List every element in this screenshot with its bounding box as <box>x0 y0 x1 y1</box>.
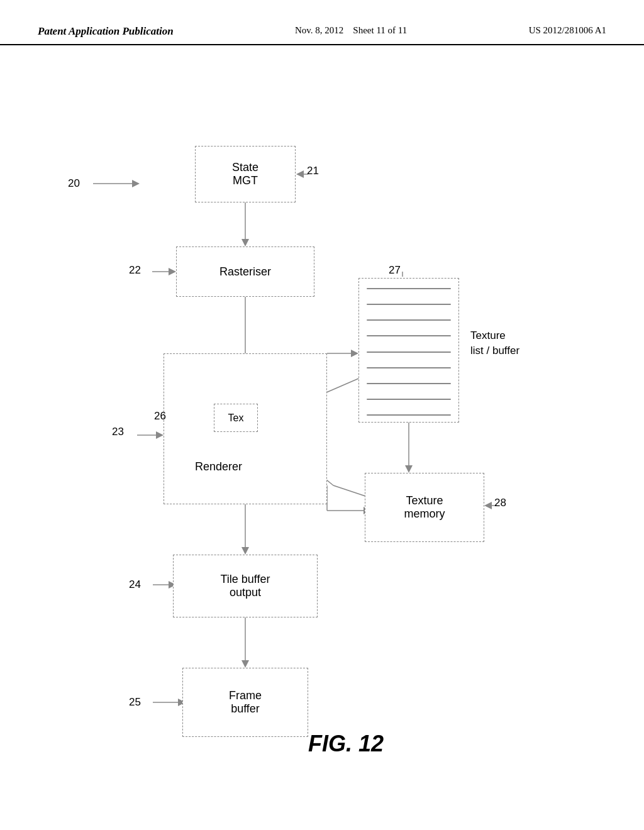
tile-buffer-label: Tile bufferoutput <box>220 573 270 599</box>
patent-number: US 2012/281006 A1 <box>529 25 606 36</box>
publication-date: Nov. 8, 2012 <box>295 25 343 35</box>
frame-buffer-label: Framebuffer <box>229 689 262 716</box>
svg-marker-1 <box>242 239 249 246</box>
texture-list-label: Texturelist / buffer <box>470 328 519 358</box>
label-20: 20 <box>68 177 80 190</box>
texture-memory-label: Texturememory <box>404 494 445 521</box>
label-24: 24 <box>129 578 141 591</box>
svg-marker-14 <box>242 547 249 555</box>
tex-label: Tex <box>228 412 244 424</box>
svg-marker-18 <box>132 180 140 187</box>
label-22: 22 <box>129 264 141 277</box>
renderer-label: Renderer <box>195 460 242 473</box>
label-27: 27 <box>389 264 401 277</box>
label-26: 26 <box>154 410 166 423</box>
state-mgt-label: StateMGT <box>232 161 258 187</box>
svg-marker-20 <box>169 268 176 275</box>
header-center: Nov. 8, 2012 Sheet 11 of 11 <box>295 25 407 36</box>
frame-buffer-box: Framebuffer <box>182 668 308 737</box>
state-mgt-box: StateMGT <box>195 146 296 202</box>
label-28: 28 <box>494 497 506 509</box>
sheet-info: Sheet 11 of 11 <box>353 25 407 35</box>
rasteriser-box: Rasteriser <box>176 246 314 297</box>
fig-label: FIG. 12 <box>308 731 384 757</box>
svg-marker-33 <box>484 502 492 509</box>
svg-marker-7 <box>405 465 413 473</box>
svg-marker-22 <box>156 431 164 439</box>
svg-marker-28 <box>296 170 304 178</box>
svg-marker-5 <box>351 350 358 357</box>
tex-box: Tex <box>214 404 258 432</box>
texture-memory-box: Texturememory <box>365 473 484 542</box>
svg-marker-16 <box>242 660 249 668</box>
label-25: 25 <box>129 696 141 709</box>
publication-title: Patent Application Publication <box>38 25 174 38</box>
label-21: 21 <box>307 165 319 177</box>
page-header: Patent Application Publication Nov. 8, 2… <box>0 0 644 45</box>
label-23: 23 <box>112 426 124 438</box>
diagram-area: StateMGT Rasteriser Tex Renderer Texture… <box>0 45 644 812</box>
doc-lines <box>367 288 451 416</box>
rasteriser-label: Rasteriser <box>219 265 271 279</box>
tile-buffer-box: Tile bufferoutput <box>173 555 318 617</box>
texture-list-box <box>358 278 459 423</box>
